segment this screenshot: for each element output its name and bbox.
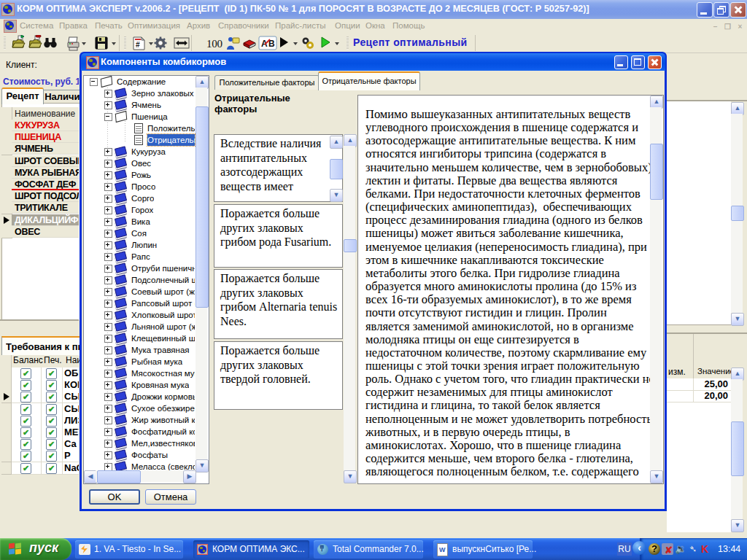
svg-text:A: A: [261, 39, 268, 49]
svg-text:100: 100: [206, 38, 222, 50]
svg-text:#: #: [136, 41, 140, 49]
